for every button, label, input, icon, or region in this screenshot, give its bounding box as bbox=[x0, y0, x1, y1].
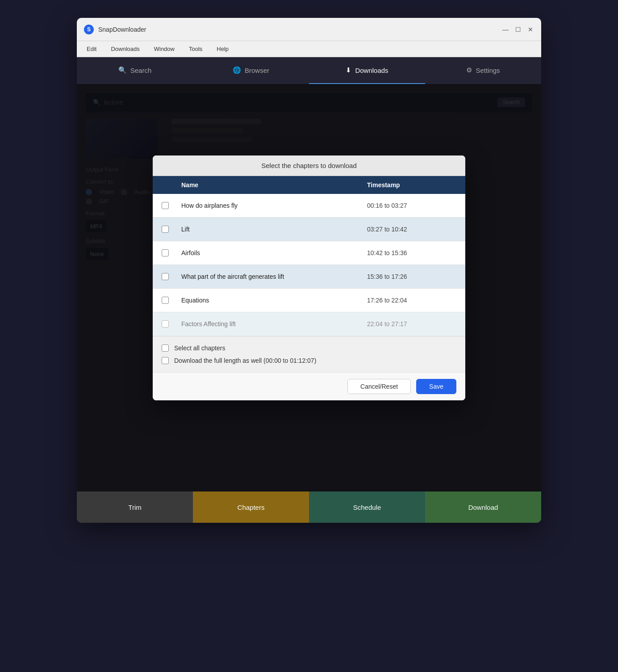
tab-browser[interactable]: 🌐 Browser bbox=[193, 57, 309, 84]
select-all-label: Select all chapters bbox=[174, 344, 225, 352]
cancel-reset-button[interactable]: Cancel/Reset bbox=[347, 379, 411, 394]
schedule-button[interactable]: Schedule bbox=[309, 491, 425, 523]
save-button[interactable]: Save bbox=[416, 379, 456, 394]
modal-title: Select the chapters to download bbox=[261, 162, 356, 169]
chapter-name-6: Factors Affecting lift bbox=[181, 320, 367, 328]
table-row[interactable]: Equations 17:26 to 22:04 bbox=[153, 289, 465, 312]
browser-icon: 🌐 bbox=[233, 66, 241, 74]
chapter-name-1: How do airplanes fly bbox=[181, 202, 367, 209]
menu-bar: Edit Downloads Window Tools Help bbox=[77, 41, 541, 57]
app-title: SnapDownloader bbox=[98, 26, 497, 33]
chapter-name-3: Airfoils bbox=[181, 249, 367, 256]
download-full-checkbox[interactable] bbox=[162, 357, 169, 364]
trim-button[interactable]: Trim bbox=[77, 491, 193, 523]
chapter-timestamp-2: 03:27 to 10:42 bbox=[367, 226, 456, 233]
bottom-toolbar: Trim Chapters Schedule Download bbox=[77, 491, 541, 523]
download-full-label: Download the full length as well (00:00 … bbox=[174, 357, 316, 364]
chapters-list: How do airplanes fly 00:16 to 03:27 Lift… bbox=[153, 194, 465, 336]
modal-overlay: Select the chapters to download Name Tim… bbox=[77, 84, 541, 491]
title-bar: S SnapDownloader — ☐ ✕ bbox=[77, 18, 541, 41]
settings-icon: ⚙ bbox=[466, 66, 472, 74]
table-row[interactable]: Factors Affecting lift 22:04 to 27:17 bbox=[153, 312, 465, 336]
check-col-header bbox=[162, 181, 181, 189]
menu-window[interactable]: Window bbox=[151, 44, 177, 54]
window-controls: — ☐ ✕ bbox=[502, 26, 534, 33]
row-check-3[interactable] bbox=[162, 249, 181, 256]
checkbox-6[interactable] bbox=[162, 320, 169, 328]
select-all-option[interactable]: Select all chapters bbox=[162, 342, 456, 354]
chapter-timestamp-6: 22:04 to 27:17 bbox=[367, 320, 456, 328]
table-row[interactable]: What part of the aircraft generates lift… bbox=[153, 265, 465, 289]
chapter-timestamp-3: 10:42 to 15:36 bbox=[367, 249, 456, 256]
app-logo: S bbox=[84, 25, 94, 34]
chapter-select-modal: Select the chapters to download Name Tim… bbox=[153, 155, 465, 400]
minimize-button[interactable]: — bbox=[502, 26, 509, 33]
chapter-timestamp-1: 00:16 to 03:27 bbox=[367, 202, 456, 209]
row-check-5[interactable] bbox=[162, 297, 181, 304]
row-check-2[interactable] bbox=[162, 226, 181, 233]
row-check-4[interactable] bbox=[162, 273, 181, 280]
checkbox-3[interactable] bbox=[162, 249, 169, 256]
timestamp-col-header: Timestamp bbox=[367, 181, 456, 189]
row-check-6[interactable] bbox=[162, 320, 181, 328]
table-row[interactable]: Airfoils 10:42 to 15:36 bbox=[153, 241, 465, 265]
modal-footer: Cancel/Reset Save bbox=[153, 372, 465, 400]
table-header: Name Timestamp bbox=[153, 176, 465, 194]
downloads-icon: ⬇ bbox=[346, 66, 351, 74]
close-button[interactable]: ✕ bbox=[527, 26, 534, 33]
chapter-timestamp-5: 17:26 to 22:04 bbox=[367, 297, 456, 304]
modal-title-bar: Select the chapters to download bbox=[153, 155, 465, 176]
table-row[interactable]: How do airplanes fly 00:16 to 03:27 bbox=[153, 194, 465, 218]
menu-edit[interactable]: Edit bbox=[84, 44, 99, 54]
select-all-checkbox[interactable] bbox=[162, 344, 169, 352]
menu-help[interactable]: Help bbox=[214, 44, 231, 54]
row-check-1[interactable] bbox=[162, 202, 181, 209]
tab-downloads[interactable]: ⬇ Downloads bbox=[309, 57, 425, 84]
chapter-name-2: Lift bbox=[181, 226, 367, 233]
maximize-button[interactable]: ☐ bbox=[514, 26, 522, 33]
search-icon: 🔍 bbox=[118, 66, 127, 74]
chapter-name-4: What part of the aircraft generates lift bbox=[181, 273, 367, 280]
menu-downloads[interactable]: Downloads bbox=[108, 44, 142, 54]
checkbox-2[interactable] bbox=[162, 226, 169, 233]
chapter-name-5: Equations bbox=[181, 297, 367, 304]
content-area: 🔍 lecture Search Output Form Convert to:… bbox=[77, 84, 541, 491]
modal-options: Select all chapters Download the full le… bbox=[153, 336, 465, 372]
menu-tools[interactable]: Tools bbox=[186, 44, 205, 54]
app-window: S SnapDownloader — ☐ ✕ Edit Downloads Wi… bbox=[77, 18, 541, 523]
chapter-timestamp-4: 15:36 to 17:26 bbox=[367, 273, 456, 280]
download-full-option[interactable]: Download the full length as well (00:00 … bbox=[162, 354, 456, 367]
name-col-header: Name bbox=[181, 181, 367, 189]
checkbox-5[interactable] bbox=[162, 297, 169, 304]
nav-tabs: 🔍 Search 🌐 Browser ⬇ Downloads ⚙ Setting… bbox=[77, 57, 541, 84]
download-button[interactable]: Download bbox=[425, 491, 541, 523]
checkbox-1[interactable] bbox=[162, 202, 169, 209]
tab-settings[interactable]: ⚙ Settings bbox=[425, 57, 541, 84]
tab-search[interactable]: 🔍 Search bbox=[77, 57, 193, 84]
chapters-button[interactable]: Chapters bbox=[193, 491, 309, 523]
checkbox-4[interactable] bbox=[162, 273, 169, 280]
table-row[interactable]: Lift 03:27 to 10:42 bbox=[153, 218, 465, 241]
